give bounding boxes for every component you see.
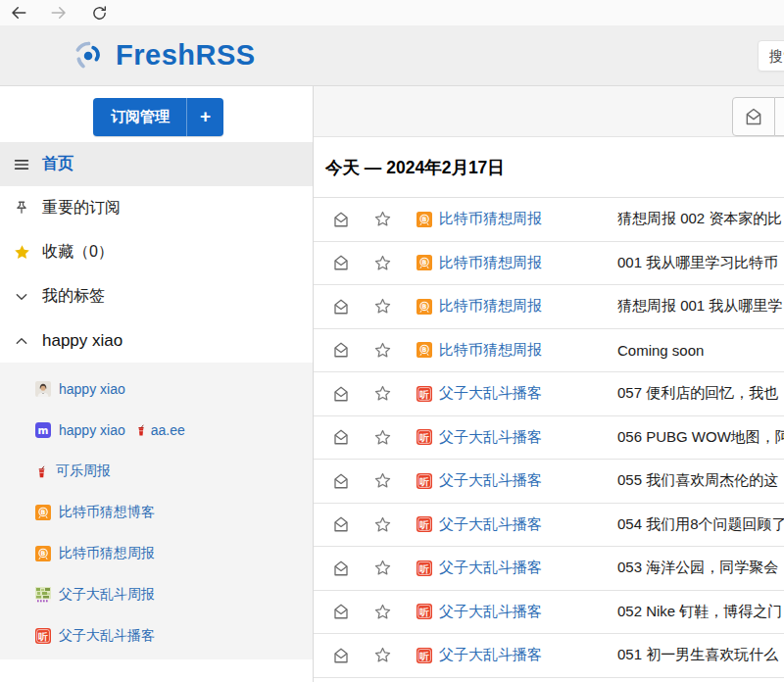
favorite-icon[interactable] [373,384,392,403]
favorite-icon[interactable] [373,210,392,228]
entry-title[interactable]: 055 我们喜欢周杰伦的这 [617,471,784,490]
entry-title[interactable]: 054 我们用8个问题回顾了 [617,515,784,534]
feed-label: 比特币猜想博客 [59,504,155,521]
mark-read-icon[interactable] [332,298,350,316]
app-logo[interactable]: FreshRSS [71,37,256,73]
sidebar-feed-mastodon[interactable]: happy xiao aa.ee [0,410,313,451]
mark-read-icon[interactable] [332,428,350,446]
entry-feed[interactable]: 父子大乱斗播客 [416,384,617,403]
sidebar-feed-bitcoin-blog[interactable]: 比特币猜想博客 [0,492,313,533]
entry-row[interactable]: 比特币猜想周报 猜想周报 001 我从哪里学 [314,285,784,329]
entry-feed[interactable]: 父子大乱斗播客 [416,559,617,577]
mark-read-icon[interactable] [332,603,350,620]
favorite-icon[interactable] [373,646,392,664]
mark-read-icon[interactable] [332,341,350,359]
entry-title[interactable]: Coming soon [617,342,784,359]
entry-title[interactable]: 053 海洋公园，同学聚会 [617,559,784,577]
entry-title[interactable]: 052 Nike 钉鞋，博得之门 [617,603,784,621]
mark-read-icon[interactable] [332,515,350,533]
mark-read-icon[interactable] [332,211,350,228]
favorite-icon[interactable] [373,428,392,447]
feed-label: 比特币猜想周报 [59,545,155,562]
reload-icon[interactable] [90,4,108,22]
forward-arrow-icon[interactable] [50,4,68,22]
sidebar-item-favorites[interactable]: 收藏（0） [0,230,313,274]
sidebar-feed-fuzi-podcast[interactable]: 父子大乱斗播客 [0,615,313,657]
list-toolbar [314,86,784,137]
entry-feed[interactable]: 比特币猜想周报 [416,254,617,272]
manage-subscriptions-button[interactable]: 订阅管理 [93,98,187,136]
entry-title[interactable]: 001 我从哪里学习比特币 [617,254,784,272]
app-header: FreshRSS [0,26,784,86]
favorite-icon[interactable] [373,559,392,577]
pin-icon [12,200,31,218]
sidebar-feed-cola-weekly[interactable]: 可乐周报 [0,451,313,492]
entry-row[interactable]: 父子大乱斗播客 054 我们用8个问题回顾了 [314,504,784,548]
bitcoin-icon [416,342,432,358]
entry-feed[interactable]: 比特币猜想周报 [416,297,617,316]
favorite-icon[interactable] [373,603,392,621]
add-subscription-button[interactable]: + [187,98,223,136]
toolbar-button-partial[interactable] [775,97,784,136]
entry-feed[interactable]: 父子大乱斗播客 [416,471,617,490]
sidebar-item-label: 我的标签 [42,286,105,307]
entry-feed[interactable]: 父子大乱斗播客 [416,428,617,447]
mark-read-icon[interactable] [332,647,350,664]
entry-title[interactable]: 猜想周报 002 资本家的比 [617,210,784,228]
sidebar-item-label: 重要的订阅 [42,198,121,219]
bitcoin-icon [35,505,51,520]
favorite-icon[interactable] [373,297,392,316]
entry-feed[interactable]: 父子大乱斗播客 [416,515,617,534]
chevron-up-icon [12,333,31,349]
sidebar-feed-bitcoin-weekly[interactable]: 比特币猜想周报 [0,533,313,574]
sidebar-item-home[interactable]: 首页 [0,142,313,186]
entry-title[interactable]: 猜想周报 001 我从哪里学 [617,297,784,316]
back-arrow-icon[interactable] [10,4,27,22]
mark-read-icon[interactable] [332,385,350,403]
entry-row[interactable]: 父子大乱斗播客 055 我们喜欢周杰伦的这 [314,460,784,504]
entry-feed[interactable]: 父子大乱斗播客 [416,603,617,621]
entry-row[interactable]: 父子大乱斗播客 057 便利店的回忆，我也 [314,372,784,416]
entry-title[interactable]: 057 便利店的回忆，我也 [617,384,784,403]
bitcoin-icon [35,546,51,561]
mark-read-icon[interactable] [332,472,350,490]
entry-row[interactable]: 父子大乱斗播客 056 PUBG WOW地图，阿 [314,416,784,461]
entry-row[interactable]: 父子大乱斗播客 052 Nike 钉鞋，博得之门 [314,591,784,635]
favorite-icon[interactable] [373,471,392,490]
mark-all-read-button[interactable] [732,97,775,136]
sidebar-feed-happy-xiao[interactable]: happy xiao [0,368,313,410]
entry-feed-name: 比特币猜想周报 [439,341,542,360]
favorite-icon[interactable] [373,254,392,272]
entry-feed[interactable]: 父子大乱斗播客 [416,646,617,664]
cola-cup-icon [35,464,48,479]
sidebar-item-important[interactable]: 重要的订阅 [0,186,313,230]
mark-read-icon[interactable] [332,254,350,271]
avatar-icon [35,381,51,397]
entry-feed-name: 父子大乱斗播客 [439,428,542,447]
favorite-icon[interactable] [373,515,392,534]
entry-row[interactable]: 比特币猜想周报 猜想周报 002 资本家的比 [314,198,784,242]
podcast-ting-icon [416,429,432,445]
mark-read-icon[interactable] [332,560,350,577]
app-title: FreshRSS [116,39,256,72]
search-input[interactable] [758,40,784,72]
entry-row[interactable]: 比特币猜想周报 001 我从哪里学习比特币 [314,242,784,286]
entry-feed[interactable]: 比特币猜想周报 [416,341,617,360]
bitcoin-icon [416,255,432,270]
sidebar-category-happy-xiao[interactable]: happy xiao [0,318,313,363]
feed-label: 可乐周报 [56,463,111,480]
entry-row[interactable]: 比特币猜想周报 Coming soon [314,329,784,373]
feed-label: happy xiao [59,422,125,438]
favorite-icon[interactable] [373,341,392,360]
podcast-ting-icon [416,604,432,619]
entry-row[interactable]: 父子大乱斗播客 051 初一男生喜欢玩什么 [314,634,784,678]
entry-title[interactable]: 056 PUBG WOW地图，阿 [617,428,784,447]
sidebar-feed-fuzi-weekly[interactable]: 父子大乱斗周报 [0,574,313,615]
article-list: 今天 — 2024年2月17日 比特币猜想周报 猜想周报 002 资本家的比 比… [314,86,784,682]
entry-feed-name: 父子大乱斗播客 [439,471,542,490]
entry-row[interactable]: 父子大乱斗播客 053 海洋公园，同学聚会 [314,547,784,591]
podcast-ting-icon [416,560,432,576]
sidebar-item-my-tags[interactable]: 我的标签 [0,274,313,318]
entry-feed[interactable]: 比特币猜想周报 [416,210,617,228]
entry-title[interactable]: 051 初一男生喜欢玩什么 [617,646,784,664]
